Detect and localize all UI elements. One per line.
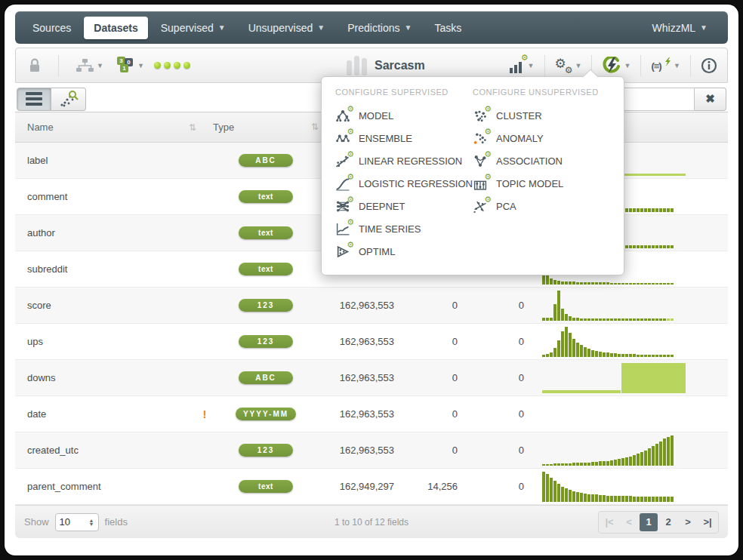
dropdown-tail: [581, 69, 598, 77]
logistic-regression-icon: ⚙: [335, 176, 352, 191]
nav-item-tasks[interactable]: Tasks: [424, 17, 471, 39]
menu-item-ensemble[interactable]: ⚙ENSEMBLE: [335, 127, 473, 149]
nav-item-supervised[interactable]: Supervised▼: [151, 17, 236, 39]
table-row: ups123162,963,55300: [15, 324, 728, 360]
dataset-hierarchy-button[interactable]: ▼: [71, 54, 107, 77]
nav-item-label: Sources: [32, 22, 71, 34]
menu-item-label: MODEL: [359, 110, 393, 122]
nav-item-whizzml[interactable]: WhizzML ▼: [643, 17, 717, 39]
close-icon: ✖: [705, 92, 715, 106]
menu-item-label: LINEAR REGRESSION: [359, 155, 462, 167]
fields-label: fields: [105, 516, 128, 528]
linear-regression-icon: ⚙: [335, 153, 352, 168]
errors-value: 0: [458, 445, 524, 456]
menu-item-cluster[interactable]: ⚙CLUSTER: [473, 104, 610, 127]
menu-item-deepnet[interactable]: ⚙DEEPNET: [335, 195, 473, 217]
chevron-down-icon: ▼: [218, 23, 226, 32]
type-badge: 123: [239, 335, 293, 348]
scatter-search-icon: [59, 90, 79, 108]
menu-item-model[interactable]: ⚙MODEL: [335, 104, 473, 127]
menu-item-logistic-regression[interactable]: ⚙LOGISTIC REGRESSION: [335, 172, 473, 195]
configure-button[interactable]: ⚙ ⚙ ▼: [551, 54, 586, 77]
table-row: date!YYYY-MM162,963,55300: [15, 396, 728, 432]
last-page-button[interactable]: >|: [698, 513, 717, 531]
lock-icon[interactable]: [23, 54, 46, 77]
menu-item-optiml[interactable]: ⚙OPTIML: [335, 240, 473, 263]
sort-icon[interactable]: ⇅: [189, 122, 196, 133]
optiml-icon: ⚙: [335, 244, 352, 259]
field-type-cell: ABC: [213, 371, 319, 384]
fields-count-button[interactable]: 3 0 1 ▼: [113, 54, 148, 78]
dynamic-scatter-view-button[interactable]: [51, 88, 86, 111]
column-header-type[interactable]: Type ⇅: [213, 122, 319, 133]
table-row: downsABC162,963,55300: [15, 360, 728, 396]
chevron-down-icon: ▼: [137, 62, 144, 69]
sort-icon[interactable]: ⇅: [311, 122, 319, 133]
chart-gear-icon: ⚙: [509, 58, 526, 73]
type-badge: ABC: [239, 154, 293, 167]
menu-column-header: CONFIGURE SUPERVISED: [335, 88, 473, 97]
column-header-name[interactable]: Name ⇅: [15, 122, 196, 133]
nav-item-sources[interactable]: Sources: [23, 17, 81, 39]
menu-item-anomaly[interactable]: ⚙ANOMALY: [473, 127, 610, 149]
histogram[interactable]: [542, 472, 686, 502]
pca-icon: ⚙: [473, 198, 489, 214]
nav-item-unsupervised[interactable]: Unsupervised▼: [239, 17, 335, 39]
nav-item-label: WhizzML: [652, 22, 696, 34]
next-page-button[interactable]: >: [679, 513, 697, 531]
type-badge: 123: [239, 299, 293, 312]
status-dots-icon: [154, 62, 190, 69]
type-badge: text: [239, 190, 293, 203]
menu-item-time-series[interactable]: ⚙TIME SERIES: [335, 217, 473, 240]
histogram[interactable]: [542, 327, 686, 357]
info-button[interactable]: [697, 54, 721, 77]
page-button-2[interactable]: 2: [659, 513, 677, 531]
field-name: score: [15, 300, 196, 311]
menu-item-label: ENSEMBLE: [359, 133, 412, 144]
table-row: score123162,963,55300: [15, 288, 728, 324]
list-view-icon: [26, 92, 42, 106]
list-view-button[interactable]: [17, 88, 51, 111]
whizzml-script-button[interactable]: (≡) ▼: [647, 56, 684, 75]
clear-search-button[interactable]: ✖: [695, 88, 726, 111]
menu-item-label: ANOMALY: [496, 133, 544, 144]
menu-item-association[interactable]: ⚙ASSOCIATION: [473, 149, 610, 172]
chevron-down-icon: ▼: [528, 62, 535, 69]
histogram[interactable]: [542, 363, 686, 393]
info-icon: [701, 57, 717, 74]
cluster-icon: ⚙: [473, 108, 489, 123]
time-series-icon: ⚙: [335, 221, 352, 236]
nav-item-predictions[interactable]: Predictions▼: [338, 17, 421, 39]
missing-value: 0: [394, 300, 458, 311]
first-page-button: |<: [600, 513, 618, 531]
chevron-down-icon: ▼: [97, 62, 103, 69]
menu-item-pca[interactable]: ⚙PCA: [473, 195, 610, 217]
field-type-cell: ABC: [213, 154, 319, 167]
search-input[interactable]: [618, 88, 695, 111]
menu-item-topic-model[interactable]: ⚙TOPIC MODEL: [473, 172, 610, 195]
execute-icon: [602, 57, 621, 75]
menu-item-linear-regression[interactable]: ⚙LINEAR REGRESSION: [335, 149, 473, 172]
missing-value: 14,256: [394, 481, 458, 492]
field-name: comment: [15, 191, 196, 202]
toolbar-divider: [58, 55, 59, 76]
nav-item-label: Supervised: [161, 22, 214, 34]
field-name: downs: [15, 372, 196, 383]
histogram[interactable]: [542, 399, 686, 429]
histogram[interactable]: [542, 435, 686, 466]
tile-1: 1: [120, 64, 128, 72]
chevron-down-icon: ▼: [624, 62, 630, 69]
field-type-cell: YYYY-MM: [213, 408, 319, 420]
field-type-cell: text: [213, 226, 319, 239]
nav-item-datasets[interactable]: Datasets: [84, 17, 147, 39]
anomaly-icon: ⚙: [473, 131, 489, 146]
visualize-button[interactable]: ⚙ ▼: [505, 55, 538, 76]
histogram[interactable]: [542, 291, 686, 321]
execute-button[interactable]: ▼: [598, 54, 634, 78]
page-button-1[interactable]: 1: [640, 513, 658, 531]
count-value: 162,963,553: [319, 372, 394, 383]
show-label: Show: [24, 516, 49, 528]
field-type-cell: 123: [213, 299, 319, 312]
errors-value: 0: [458, 300, 524, 311]
type-badge: text: [239, 263, 293, 275]
